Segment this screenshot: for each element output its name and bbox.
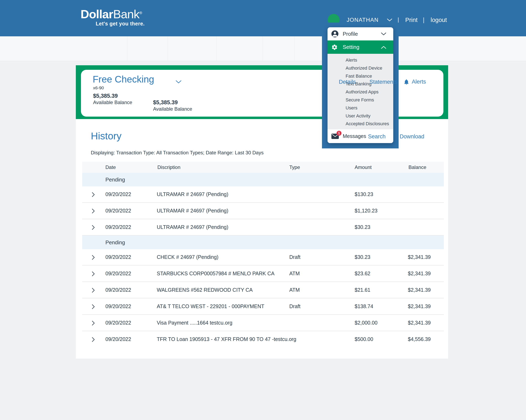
transaction-balance: $2,341.39: [408, 249, 431, 265]
submenu-item-authorized-apps[interactable]: Authorized Apps: [327, 88, 393, 96]
transaction-description: STARBUCKS CORP00057984 # MENLO PARK CA: [157, 266, 274, 282]
submenu-item-users[interactable]: Users: [327, 104, 393, 112]
table-row[interactable]: 09/20/2022 TFR TO Loan 1905913 - 47 XFR …: [82, 331, 444, 348]
dollarbank-logo: DollarBank® Let's get you there.: [81, 7, 145, 27]
main-nav: Accounts Payments Transfers Deposits ACH…: [0, 36, 526, 61]
transaction-balance: $2,341.39: [408, 282, 431, 298]
user-name[interactable]: JONATHAN: [347, 17, 379, 23]
submenu-item-secure-forms[interactable]: Secure Forms: [327, 96, 393, 104]
transaction-amount: $138.74: [355, 298, 373, 314]
account-title[interactable]: Free Checking: [93, 73, 154, 85]
search-link[interactable]: Search: [368, 133, 386, 140]
print-button[interactable]: Print: [405, 17, 417, 23]
transaction-type: ATM: [289, 282, 300, 298]
pending-band-label: Pending: [105, 173, 125, 186]
transaction-description: ULTRAMAR # 24697 (Pending): [157, 219, 228, 235]
logo-text-bold: Dollar: [81, 7, 113, 21]
chevron-right-icon[interactable]: [91, 336, 95, 343]
chevron-right-icon[interactable]: [91, 192, 95, 198]
transaction-type: Draft: [289, 249, 300, 265]
transaction-description: Visa Payment .....1664 testcu.org: [157, 315, 233, 331]
user-menu-backdrop: Profile Setting Alerts Authorized Device…: [322, 23, 399, 148]
table-row[interactable]: 09/20/2022 CHECK # 24697 (Pending) Draft…: [82, 249, 444, 266]
alerts-link[interactable]: Alerts: [404, 78, 426, 85]
transaction-date: 09/20/2022: [105, 282, 131, 298]
table-row[interactable]: 09/20/2022 Visa Payment .....1664 testcu…: [82, 315, 444, 331]
statements-link[interactable]: Statements: [369, 79, 398, 85]
chevron-right-icon[interactable]: [91, 304, 95, 310]
table-header-row: Date Discription Type Amount Balance: [82, 162, 444, 173]
account-mask: x6-90: [93, 85, 104, 90]
chevron-down-icon[interactable]: [387, 19, 392, 21]
table-row[interactable]: 09/20/2022 WALGREENS #562 REDWOOD CITY C…: [82, 282, 444, 298]
transaction-amount: $130.23: [355, 186, 373, 202]
chevron-right-icon[interactable]: [91, 208, 95, 214]
history-title: History: [91, 130, 121, 142]
transaction-amount: $23.62: [355, 266, 370, 282]
available-balance-amount-secondary: $5,385.39: [153, 99, 178, 106]
transaction-description: AT& T TELCO WEST - 229201 - 000PAYMENT: [157, 298, 264, 314]
registered-mark: ®: [140, 11, 142, 15]
transaction-type: Draft: [289, 298, 300, 314]
transaction-balance: $4,556.39: [408, 331, 431, 347]
alerts-link-label: Alerts: [412, 79, 426, 85]
profile-icon: [331, 30, 338, 37]
transaction-date: 09/20/2022: [105, 315, 131, 331]
transaction-amount: $1,120.23: [355, 203, 377, 219]
chevron-down-icon: [381, 32, 386, 36]
menu-item-profile[interactable]: Profile: [327, 27, 393, 40]
transaction-date: 09/20/2022: [105, 219, 131, 235]
nav-divider: [294, 36, 294, 61]
submenu-item-alerts[interactable]: Alerts: [327, 56, 393, 64]
table-row[interactable]: 09/20/2022 ULTRAMAR # 24697 (Pending) $1…: [82, 186, 444, 203]
nav-divider: [127, 36, 127, 61]
table-row[interactable]: 09/20/2022 ULTRAMAR # 24697 (Pending) $1…: [82, 203, 444, 219]
column-header-description: Discription: [157, 162, 180, 173]
chevron-right-icon[interactable]: [91, 254, 95, 261]
logo-text-light: Bank: [113, 7, 139, 21]
transaction-amount: $21.61: [355, 282, 370, 298]
pending-band: Pending: [82, 236, 444, 249]
available-balance-amount: $5,385.39: [93, 93, 118, 99]
transaction-balance: $2,341.39: [408, 266, 431, 282]
download-link[interactable]: Download: [400, 133, 424, 140]
header-divider: |: [423, 16, 425, 23]
transaction-description: CHECK # 24697 (Pending): [157, 249, 218, 265]
transaction-amount: $500.00: [355, 331, 373, 347]
transaction-type: ATM: [289, 266, 300, 282]
pending-band-label: Pending: [105, 236, 125, 249]
table-row[interactable]: 09/20/2022 ULTRAMAR # 24697 (Pending) $3…: [82, 219, 444, 236]
transaction-date: 09/20/2022: [105, 249, 131, 265]
transaction-description: ULTRAMAR # 24697 (Pending): [157, 203, 228, 219]
transaction-date: 09/20/2022: [105, 331, 131, 347]
logo-tagline: Let's get you there.: [81, 21, 145, 27]
column-header-date: Date: [105, 162, 116, 173]
pending-band: Pending: [82, 173, 444, 186]
column-header-balance: Balance: [408, 162, 426, 173]
transaction-date: 09/20/2022: [105, 203, 131, 219]
menu-item-label: Profile: [343, 31, 358, 37]
chevron-right-icon[interactable]: [91, 320, 95, 326]
transaction-amount: $2,000.00: [355, 315, 377, 331]
user-menu: Profile Setting Alerts Authorized Device…: [327, 27, 393, 143]
gear-icon: [331, 44, 338, 50]
table-row[interactable]: 09/20/2022 STARBUCKS CORP00057984 # MENL…: [82, 266, 444, 282]
details-link[interactable]: Details: [339, 79, 356, 85]
submenu-item-accepted-disclosures[interactable]: Accepted Disclosures: [327, 120, 393, 128]
setting-submenu: Alerts Authorized Device Fast Balance Te…: [327, 54, 393, 129]
transaction-amount: $30.23: [355, 249, 370, 265]
transaction-description: ULTRAMAR # 24697 (Pending): [157, 186, 228, 202]
logout-button[interactable]: logout: [431, 17, 447, 23]
transaction-balance: $2,341.39: [408, 298, 431, 314]
menu-item-setting[interactable]: Setting: [327, 40, 393, 54]
chevron-right-icon[interactable]: [91, 271, 95, 277]
table-row[interactable]: 09/20/2022 AT& T TELCO WEST - 229201 - 0…: [82, 298, 444, 315]
submenu-item-user-activity[interactable]: User Activity: [327, 112, 393, 120]
app-header: DollarBank® Let's get you there. JONATHA…: [0, 0, 526, 36]
chevron-right-icon[interactable]: [91, 224, 95, 231]
menu-item-label: Setting: [343, 44, 359, 50]
chevron-down-icon[interactable]: [175, 80, 182, 84]
submenu-item-authorized-device[interactable]: Authorized Device: [327, 64, 393, 72]
chevron-right-icon[interactable]: [91, 287, 95, 293]
transaction-date: 09/20/2022: [105, 186, 131, 202]
